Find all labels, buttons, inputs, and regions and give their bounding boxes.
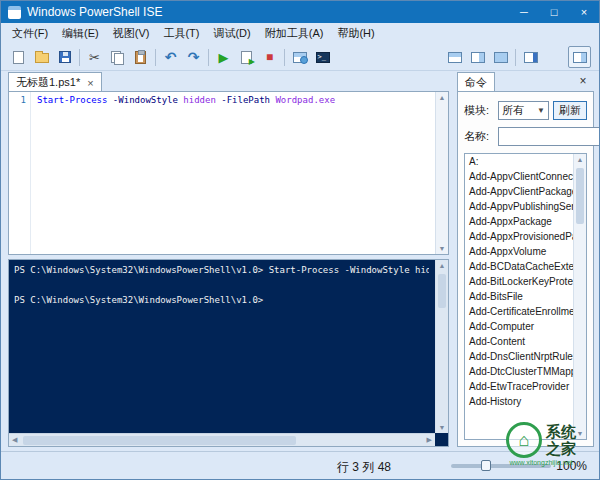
scroll-up-arrow-icon[interactable]: ▲ <box>436 262 448 269</box>
caret-position-status: 行 3 列 48 <box>337 459 391 476</box>
command-list-item[interactable]: Add-Computer <box>465 319 573 334</box>
redo-button[interactable]: ↷ <box>182 46 205 68</box>
copy-button[interactable] <box>106 46 129 68</box>
command-list-item[interactable]: Add-BCDataCacheExtension <box>465 259 573 274</box>
console-line: PS C:\Windows\System32\WindowsPowerShell… <box>14 293 429 308</box>
code-line: Start-Process -WindowStyle hidden -FileP… <box>37 95 432 105</box>
name-filter-input[interactable] <box>498 127 600 146</box>
show-script-pane-top-button[interactable] <box>443 46 466 68</box>
menu-addons[interactable]: 附加工具(A) <box>258 23 331 44</box>
start-powershell-button[interactable] <box>311 46 334 68</box>
script-tab[interactable]: 无标题1.ps1* × <box>8 72 102 92</box>
paste-clipboard-icon <box>135 51 146 64</box>
cut-scissors-icon: ✂ <box>89 50 100 65</box>
console-vertical-scrollbar[interactable]: ▲ ▼ <box>435 260 448 433</box>
scrollbar-thumb[interactable] <box>576 168 584 224</box>
show-script-pane-right-button[interactable] <box>466 46 489 68</box>
watermark: ⌂ 系统 之家 www.xitongzhijia.net <box>485 411 597 477</box>
command-list-item[interactable]: Add-BitsFile <box>465 289 573 304</box>
command-list-item[interactable]: Add-AppxVolume <box>465 244 573 259</box>
show-script-pane-maximized-button[interactable] <box>489 46 512 68</box>
toolbar: ✂ ↶ ↷ ▶ ■ <box>1 44 599 71</box>
editor-vertical-scrollbar[interactable]: ▲ ▼ <box>435 92 448 254</box>
console-line <box>14 278 429 293</box>
remote-tab-icon <box>293 52 307 63</box>
powershell-console-icon <box>316 52 330 63</box>
command-list-item[interactable]: Add-AppvClientConnectionGroup <box>465 169 573 184</box>
command-window-icon <box>573 52 587 63</box>
script-pane-top-icon <box>448 52 462 63</box>
module-label: 模块: <box>464 103 498 118</box>
module-dropdown[interactable]: 所有 ▼ <box>498 101 549 120</box>
script-pane-right-icon <box>471 52 485 63</box>
commands-tab-label: 命令 <box>465 75 487 90</box>
watermark-text: 系统 之家 <box>546 423 576 457</box>
window-title: Windows PowerShell ISE <box>27 5 162 19</box>
window-controls: ─ □ × <box>509 1 599 23</box>
command-list-item[interactable]: Add-Content <box>465 334 573 349</box>
script-tab-close-icon[interactable]: × <box>87 77 93 89</box>
command-list-item[interactable]: Add-EtwTraceProvider <box>465 379 573 394</box>
command-list-item[interactable]: Add-DtcClusterTMMapping <box>465 364 573 379</box>
run-script-button[interactable]: ▶ <box>212 46 235 68</box>
new-script-button[interactable] <box>7 46 30 68</box>
cut-button[interactable]: ✂ <box>83 46 106 68</box>
scroll-right-arrow-icon[interactable]: ▶ <box>427 436 432 444</box>
script-editor-pane[interactable]: 1 Start-Process -WindowStyle hidden -Fil… <box>8 91 449 255</box>
paste-button[interactable] <box>129 46 152 68</box>
command-list-item[interactable]: Add-History <box>465 394 573 409</box>
minimize-button[interactable]: ─ <box>509 1 539 23</box>
undo-button[interactable]: ↶ <box>159 46 182 68</box>
maximize-button[interactable]: □ <box>539 1 569 23</box>
menu-debug[interactable]: 调试(D) <box>206 23 257 44</box>
scrollbar-thumb[interactable] <box>438 274 446 308</box>
close-button[interactable]: × <box>569 1 599 23</box>
stop-operation-button[interactable]: ■ <box>258 46 281 68</box>
code-token-argument: hidden <box>178 95 216 105</box>
menu-help[interactable]: 帮助(H) <box>330 23 381 44</box>
new-remote-powershell-tab-button[interactable] <box>288 46 311 68</box>
toolbar-separator <box>79 49 80 66</box>
show-command-window-button[interactable] <box>568 46 591 68</box>
commands-list-scrollbar[interactable]: ▲ ▼ <box>573 154 586 439</box>
toolbar-separator <box>515 49 516 66</box>
run-play-icon: ▶ <box>219 50 229 65</box>
line-number-gutter: 1 <box>9 92 31 254</box>
run-selection-button[interactable] <box>235 46 258 68</box>
powershell-ise-window: Windows PowerShell ISE ─ □ × 文件(F) 编辑(E)… <box>0 0 600 480</box>
console-line: PS C:\Windows\System32\WindowsPowerShell… <box>14 263 429 278</box>
console-pane[interactable]: PS C:\Windows\System32\WindowsPowerShell… <box>8 259 449 447</box>
refresh-button[interactable]: 刷新 <box>553 101 587 120</box>
menu-edit[interactable]: 编辑(E) <box>55 23 106 44</box>
scroll-down-arrow-icon[interactable]: ▼ <box>436 424 448 431</box>
command-list-item[interactable]: Add-DnsClientNrptRule <box>465 349 573 364</box>
command-list-item[interactable]: A: <box>465 154 573 169</box>
open-script-button[interactable] <box>30 46 53 68</box>
scrollbar-thumb[interactable] <box>23 436 296 445</box>
code-token-cmdlet: Start-Process <box>37 95 107 105</box>
save-script-button[interactable] <box>53 46 76 68</box>
scroll-left-arrow-icon[interactable]: ◀ <box>12 436 17 444</box>
commands-pane-close-icon[interactable]: × <box>576 74 590 88</box>
name-label: 名称: <box>464 129 498 144</box>
console-horizontal-scrollbar[interactable]: ◀ ▶ <box>9 433 435 446</box>
scroll-down-arrow-icon[interactable]: ▼ <box>436 245 448 252</box>
undo-arrow-icon: ↶ <box>165 49 177 65</box>
code-token-parameter: -FilePath <box>216 95 270 105</box>
scroll-up-arrow-icon[interactable]: ▲ <box>574 156 586 163</box>
command-list-item[interactable]: Add-AppxPackage <box>465 214 573 229</box>
menu-file[interactable]: 文件(F) <box>5 23 55 44</box>
show-command-addon-button[interactable] <box>519 46 542 68</box>
command-list-item[interactable]: Add-AppvPublishingServer <box>465 199 573 214</box>
run-selection-icon <box>241 51 252 64</box>
command-list-item[interactable]: Add-CertificateEnrollmentPolicyServer <box>465 304 573 319</box>
command-list-item[interactable]: Add-BitLockerKeyProtector <box>465 274 573 289</box>
command-list-item[interactable]: Add-AppxProvisionedPackage <box>465 229 573 244</box>
scroll-up-arrow-icon[interactable]: ▲ <box>436 94 448 101</box>
commands-tab[interactable]: 命令 <box>457 72 495 92</box>
menu-view[interactable]: 视图(V) <box>106 23 157 44</box>
new-page-icon <box>13 51 24 64</box>
command-list-item[interactable]: Add-AppvClientPackage <box>465 184 573 199</box>
menu-tools[interactable]: 工具(T) <box>156 23 206 44</box>
commands-panel: 模块: 所有 ▼ 刷新 名称: A: Add-AppvClientConnect… <box>457 91 594 447</box>
